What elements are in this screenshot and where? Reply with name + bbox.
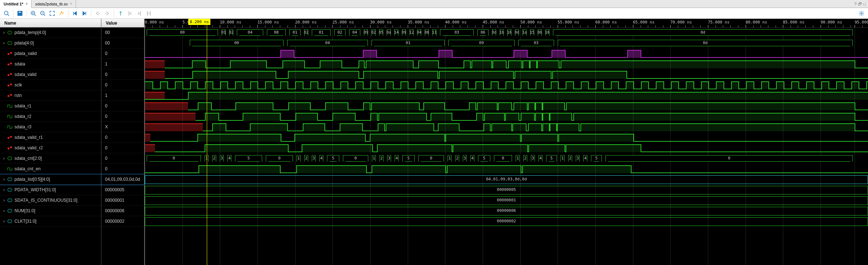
waveform-row[interactable] (145, 59, 868, 70)
signal-icon (7, 104, 12, 108)
signal-icon (7, 177, 12, 181)
svg-rect-22 (8, 53, 9, 55)
waveform-row[interactable]: 000102040801020102040902050a140912040811… (145, 28, 868, 38)
signal-name-row[interactable]: sdata_valid (0, 69, 101, 80)
waveform-row[interactable] (145, 80, 868, 91)
tab-untitled[interactable]: Untitled 1* × (0, 0, 32, 8)
waveform-row[interactable] (145, 133, 868, 143)
signal-name-row[interactable]: >pdata_temp[4:0] (0, 27, 101, 38)
waveform-row[interactable] (145, 91, 868, 101)
signal-icon (7, 114, 12, 119)
waveform-row[interactable] (145, 112, 868, 122)
signal-name: NUM[31:0] (14, 208, 35, 213)
waveform-row[interactable]: 00000006 (145, 206, 868, 217)
waveform-row[interactable] (145, 70, 868, 80)
help-icon[interactable]: ? (854, 2, 856, 6)
svg-rect-3 (18, 12, 21, 13)
add-marker-icon[interactable] (116, 9, 125, 18)
zoom-in-icon[interactable] (29, 9, 38, 18)
waveform-row[interactable]: 00000002 (145, 217, 868, 227)
waveform-row[interactable] (145, 101, 868, 112)
signal-name-row[interactable]: >pdata_list[0:5][4:0] (0, 174, 101, 185)
signal-name-row[interactable]: pdata_valid (0, 48, 101, 59)
signal-name-row[interactable]: >sdata_cnt[2:0] (0, 153, 101, 164)
time-cursor[interactable] (207, 19, 207, 265)
close-icon[interactable]: × (25, 2, 28, 6)
waveform-row[interactable]: 00000005 (145, 185, 868, 196)
signal-name-row[interactable]: >CLKT[31:0] (0, 216, 101, 227)
svg-rect-31 (10, 94, 12, 96)
signal-name-row[interactable]: sdata_cnt_en (0, 164, 101, 174)
skip-start-icon[interactable] (71, 9, 79, 18)
signal-name-row[interactable]: >pdata[4:0] (0, 38, 101, 48)
signal-name-row[interactable]: >NUM[31:0] (0, 206, 101, 216)
waveform-row[interactable]: 00000001 (145, 196, 868, 206)
signal-value-row[interactable]: 0 (101, 164, 144, 174)
ruler-label: 75.000 ns (708, 20, 730, 25)
skip-end-icon[interactable] (80, 9, 89, 18)
save-icon[interactable] (16, 9, 24, 18)
signal-name-row[interactable]: sdata_r1 (0, 101, 101, 111)
signal-name: pdata[4:0] (14, 40, 34, 46)
zoom-out-icon[interactable] (38, 9, 47, 18)
waveform-row[interactable]: 04,01,09,03,0d,0d (145, 175, 868, 185)
signal-value-row[interactable]: 0 (101, 153, 144, 164)
restore-icon[interactable]: 🗗 (858, 2, 862, 6)
swap-markers-icon[interactable] (144, 9, 153, 18)
maximize-icon[interactable]: □ (863, 2, 866, 6)
signal-value-row[interactable]: 0 (101, 80, 144, 90)
ruler-label: 30.000 ns (370, 20, 392, 25)
signal-value-row[interactable]: 00000001 (101, 195, 144, 206)
waveform-row[interactable] (145, 49, 868, 59)
signal-name-row[interactable]: sdata_r3 (0, 122, 101, 132)
signal-value-row[interactable]: 1 (101, 90, 144, 101)
zoom-cursor-icon[interactable] (57, 9, 66, 18)
signal-name-row[interactable]: >SDATA_IS_CONTINUOUS[31:0] (0, 195, 101, 206)
signal-value-row[interactable]: 00000005 (101, 185, 144, 195)
value-header[interactable]: Value (101, 19, 144, 27)
time-ruler[interactable]: 0.000 ns5.000 ns10.000 ns15.000 ns20.000… (145, 19, 868, 28)
signal-value-row[interactable]: 0 (101, 48, 144, 59)
signal-name-row[interactable]: sdata (0, 59, 101, 69)
signal-value-row[interactable]: 00 (101, 38, 144, 48)
signal-name-row[interactable]: >PDATA_WIDTH[31:0] (0, 185, 101, 195)
svg-point-21 (861, 13, 862, 14)
signal-name-row[interactable]: sdata_r2 (0, 111, 101, 122)
waveform-row[interactable] (145, 122, 868, 133)
signal-value-row[interactable]: 0 (101, 143, 144, 153)
signal-value-row[interactable]: 0 (101, 101, 144, 111)
signal-name-row[interactable]: sclk (0, 80, 101, 90)
signal-value-row[interactable]: 1 (101, 59, 144, 69)
signal-value-row[interactable]: 0 (101, 111, 144, 122)
close-icon[interactable]: × (70, 2, 72, 6)
waveform-pane[interactable]: 0.000 ns5.000 ns10.000 ns15.000 ns20.000… (145, 19, 868, 265)
name-header[interactable]: Name (0, 19, 101, 27)
signal-name-row[interactable]: rstn (0, 90, 101, 101)
ruler-label: 10.000 ns (220, 20, 242, 25)
signal-icon (7, 62, 12, 66)
signal-value-row[interactable]: 00 (101, 27, 144, 38)
waveform-row[interactable]: 00040109030d (145, 38, 868, 49)
signal-name-row[interactable]: sdata_valid_r2 (0, 143, 101, 153)
signal-name: pdata_temp[4:0] (14, 30, 46, 35)
signal-value-row[interactable]: 0 (101, 69, 144, 80)
tab-file[interactable]: sdata2pdata_tb.sv × (32, 0, 76, 8)
signal-value-row[interactable]: 00000006 (101, 206, 144, 216)
signal-value-row[interactable]: 0 (101, 132, 144, 143)
zoom-fit-icon[interactable] (48, 9, 56, 18)
settings-icon[interactable] (857, 9, 866, 18)
next-edge-icon[interactable] (103, 9, 112, 18)
prev-edge-icon[interactable] (93, 9, 102, 18)
search-icon[interactable] (2, 9, 11, 18)
svg-line-1 (8, 14, 9, 16)
signal-name: PDATA_WIDTH[31:0] (14, 187, 56, 192)
signal-value-row[interactable]: 00000002 (101, 216, 144, 227)
next-marker-icon[interactable] (135, 9, 144, 18)
waveform-row[interactable]: 012345012345012345012345012345123450 (145, 154, 868, 164)
signal-value-row[interactable]: X (101, 122, 144, 132)
signal-name-row[interactable]: sdata_valid_r1 (0, 132, 101, 143)
prev-marker-icon[interactable] (126, 9, 134, 18)
waveform-row[interactable] (145, 164, 868, 175)
signal-value-row[interactable]: 04,01,09,03,0d,0d (101, 174, 144, 185)
waveform-row[interactable] (145, 143, 868, 154)
